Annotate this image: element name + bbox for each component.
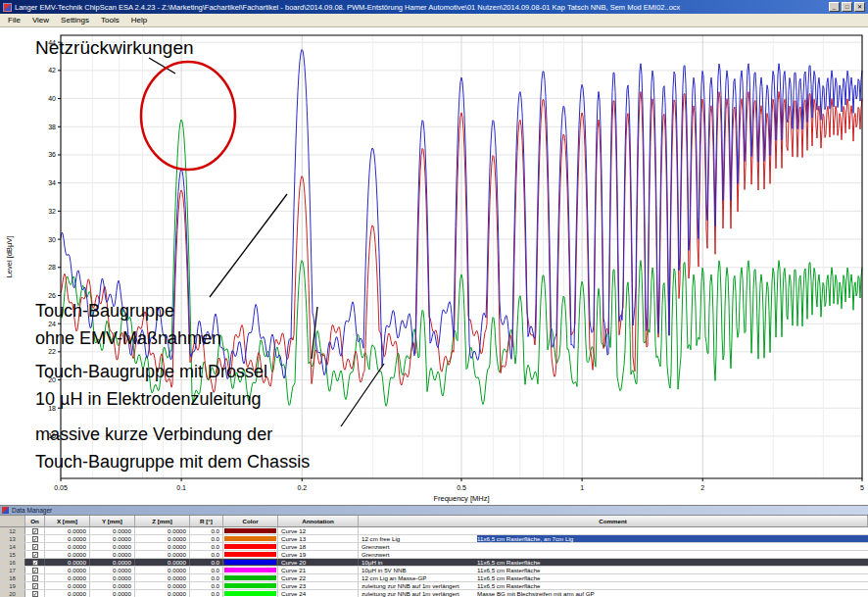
y-value[interactable]: 0.0000: [90, 590, 135, 597]
color-swatch[interactable]: [224, 591, 276, 596]
column-header-y-mm[interactable]: Y [mm]: [90, 516, 135, 526]
comment-cell[interactable]: 10µH in11x6,5 cm Rasterfläche: [359, 559, 868, 566]
table-row-13[interactable]: 13✓0.00000.00000.00000.0Curve 1312 cm fr…: [0, 535, 868, 543]
annotation-value[interactable]: Curve 19: [278, 551, 359, 558]
comment-cell[interactable]: [359, 527, 868, 534]
r-value[interactable]: 0.0: [190, 567, 223, 573]
z-value[interactable]: 0.0000: [135, 527, 190, 534]
x-value[interactable]: 0.0000: [45, 535, 90, 542]
r-value[interactable]: 0.0: [190, 527, 223, 534]
table-row-18[interactable]: 18✓0.00000.00000.00000.0Curve 2212 cm Li…: [0, 574, 868, 582]
z-value[interactable]: 0.0000: [135, 543, 190, 550]
table-row-20[interactable]: 20✓0.00000.00000.00000.0Curve 24zuleitun…: [0, 590, 868, 597]
comment-cell[interactable]: zuleitung zur NNB auf 1m verlängert11x6,…: [359, 582, 868, 589]
y-value[interactable]: 0.0000: [90, 582, 135, 589]
annotation-value[interactable]: Curve 24: [278, 590, 359, 597]
on-checkbox[interactable]: ✓: [32, 544, 38, 550]
z-value[interactable]: 0.0000: [135, 574, 190, 581]
table-row-12[interactable]: 12✓0.00000.00000.00000.0Curve 12: [0, 527, 868, 535]
color-cell[interactable]: [223, 535, 278, 542]
column-header-z-mm[interactable]: Z [mm]: [135, 516, 190, 526]
menu-item-help[interactable]: Help: [125, 15, 153, 25]
table-row-15[interactable]: 15✓0.00000.00000.00000.0Curve 19Grenzwer…: [0, 551, 868, 559]
column-header-comment[interactable]: Comment: [359, 516, 868, 526]
close-button[interactable]: ✕: [854, 2, 865, 12]
y-value[interactable]: 0.0000: [90, 543, 135, 550]
z-value[interactable]: 0.0000: [135, 535, 190, 542]
z-value[interactable]: 0.0000: [135, 559, 190, 566]
y-value[interactable]: 0.0000: [90, 574, 135, 581]
x-value[interactable]: 0.0000: [45, 543, 90, 550]
color-swatch[interactable]: [224, 568, 276, 572]
r-value[interactable]: 0.0: [190, 551, 223, 558]
color-cell[interactable]: [223, 559, 278, 566]
color-cell[interactable]: [223, 590, 278, 597]
comment-cell[interactable]: 12 cm Lig an Masse-GP11x6,5 cm Rasterflä…: [359, 574, 868, 581]
table-row-17[interactable]: 17✓0.00000.00000.00000.0Curve 2110µH in …: [0, 567, 868, 574]
y-value[interactable]: 0.0000: [90, 567, 135, 573]
color-cell[interactable]: [223, 551, 278, 558]
y-value[interactable]: 0.0000: [90, 527, 135, 534]
y-value[interactable]: 0.0000: [90, 535, 135, 542]
r-value[interactable]: 0.0: [190, 543, 223, 550]
menu-item-view[interactable]: View: [26, 15, 55, 25]
z-value[interactable]: 0.0000: [135, 551, 190, 558]
y-value[interactable]: 0.0000: [90, 559, 135, 566]
r-value[interactable]: 0.0: [190, 574, 223, 581]
annotation-value[interactable]: Curve 20: [278, 559, 359, 566]
on-checkbox[interactable]: ✓: [32, 560, 38, 566]
minimize-button[interactable]: _: [829, 2, 840, 12]
y-value[interactable]: 0.0000: [90, 551, 135, 558]
color-cell[interactable]: [223, 527, 278, 534]
comment-cell[interactable]: Grenzwert: [359, 543, 868, 550]
menu-item-settings[interactable]: Settings: [55, 15, 95, 25]
color-swatch[interactable]: [224, 575, 276, 580]
x-value[interactable]: 0.0000: [45, 567, 90, 573]
on-checkbox[interactable]: ✓: [32, 591, 38, 597]
column-header-x-mm[interactable]: X [mm]: [45, 516, 90, 526]
comment-cell[interactable]: 12 cm free Lig11x6,5 cm Rasterfläche, an…: [359, 535, 868, 542]
color-cell[interactable]: [223, 567, 278, 573]
x-value[interactable]: 0.0000: [45, 590, 90, 597]
z-value[interactable]: 0.0000: [135, 567, 190, 573]
comment-cell[interactable]: zuleitung zur NNB auf 1m verlängertMasse…: [359, 590, 868, 597]
on-checkbox[interactable]: ✓: [32, 583, 38, 589]
color-swatch[interactable]: [224, 536, 276, 541]
annotation-value[interactable]: Curve 18: [278, 543, 359, 550]
color-swatch[interactable]: [224, 552, 276, 557]
color-swatch[interactable]: [224, 560, 276, 565]
annotation-value[interactable]: Curve 21: [278, 567, 359, 573]
on-checkbox[interactable]: ✓: [32, 575, 38, 581]
annotation-value[interactable]: Curve 23: [278, 582, 359, 589]
annotation-value[interactable]: Curve 12: [278, 527, 359, 534]
r-value[interactable]: 0.0: [190, 559, 223, 566]
column-header-annotation[interactable]: Annotation: [278, 516, 359, 526]
x-value[interactable]: 0.0000: [45, 527, 90, 534]
x-value[interactable]: 0.0000: [45, 551, 90, 558]
on-checkbox[interactable]: ✓: [32, 528, 38, 534]
maximize-button[interactable]: □: [842, 2, 852, 12]
on-checkbox[interactable]: ✓: [32, 552, 38, 558]
x-value[interactable]: 0.0000: [45, 582, 90, 589]
table-row-19[interactable]: 19✓0.00000.00000.00000.0Curve 23zuleitun…: [0, 582, 868, 590]
comment-cell[interactable]: 10µH in 5V NNB11x6,5 cm Rasterfläche: [359, 567, 868, 573]
menu-item-tools[interactable]: Tools: [95, 15, 125, 25]
color-swatch[interactable]: [224, 528, 276, 533]
z-value[interactable]: 0.0000: [135, 582, 190, 589]
x-value[interactable]: 0.0000: [45, 574, 90, 581]
spectrum-chart[interactable]: 1618202224262830323436384042440.050.10.2…: [0, 27, 868, 505]
color-cell[interactable]: [223, 574, 278, 581]
on-checkbox[interactable]: ✓: [32, 536, 38, 542]
comment-cell[interactable]: Grenzwert: [359, 551, 868, 558]
column-header-color[interactable]: Color: [223, 516, 278, 526]
color-cell[interactable]: [223, 582, 278, 589]
color-swatch[interactable]: [224, 544, 276, 549]
color-cell[interactable]: [223, 543, 278, 550]
data-manager-titlebar[interactable]: Data Manager: [0, 506, 868, 516]
annotation-value[interactable]: Curve 13: [278, 535, 359, 542]
color-swatch[interactable]: [224, 583, 276, 588]
menu-item-file[interactable]: File: [2, 15, 26, 25]
on-checkbox[interactable]: ✓: [32, 568, 38, 573]
column-header-r[interactable]: R [°]: [190, 516, 223, 526]
column-header-on[interactable]: On: [25, 516, 45, 526]
